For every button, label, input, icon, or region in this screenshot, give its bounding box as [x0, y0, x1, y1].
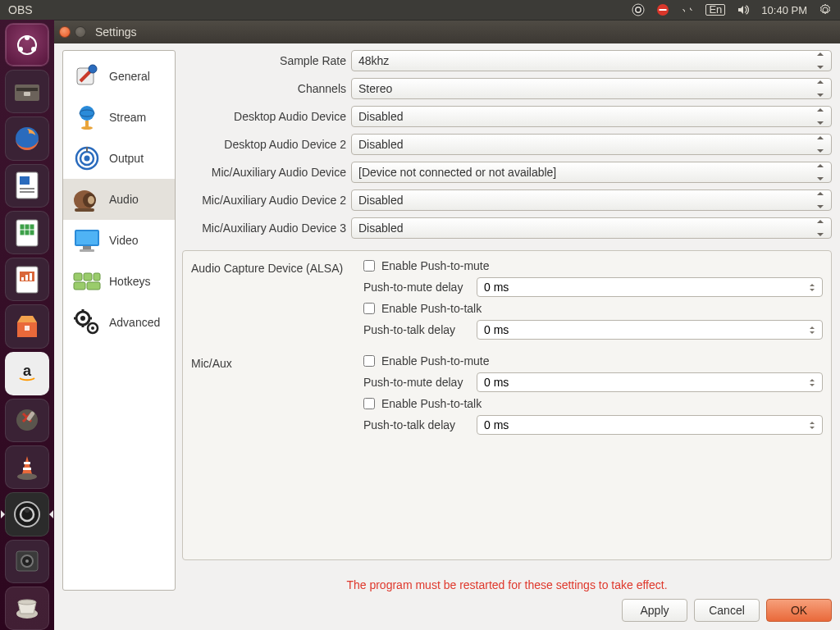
sidebar-item-video[interactable]: Video: [63, 220, 175, 261]
checkbox[interactable]: [363, 398, 375, 409]
sidebar-item-label: Output: [109, 152, 144, 165]
window-titlebar[interactable]: Settings: [54, 21, 840, 43]
sidebar-item-stream[interactable]: Stream: [63, 97, 175, 138]
micaux-ptm-enable[interactable]: Enable Push-to-mute: [363, 354, 823, 368]
sidebar-item-advanced[interactable]: Advanced: [63, 302, 175, 343]
svg-point-29: [16, 409, 38, 431]
svg-rect-27: [25, 326, 30, 331]
channels-label: Channels: [182, 82, 346, 95]
svg-rect-51: [86, 147, 88, 152]
launcher-safe[interactable]: [5, 540, 49, 583]
launcher-obs[interactable]: [5, 492, 49, 536]
launcher-settings[interactable]: [5, 399, 49, 442]
launcher-software[interactable]: [5, 304, 49, 348]
network-icon[interactable]: [681, 3, 694, 16]
cancel-button[interactable]: Cancel: [694, 599, 760, 622]
desktop-audio-label: Desktop Audio Device: [182, 110, 346, 123]
push-to-talk-group: Audio Capture Device (ALSA) Enable Push-…: [182, 250, 832, 560]
sidebar-item-output[interactable]: Output: [63, 138, 175, 179]
mic-aux-select[interactable]: [Device not connected or not available]: [351, 162, 832, 183]
checkbox[interactable]: [363, 303, 375, 314]
volume-icon[interactable]: [737, 3, 750, 16]
launcher-firefox[interactable]: [5, 116, 49, 160]
apply-button[interactable]: Apply: [622, 599, 687, 622]
checkbox-label: Enable Push-to-talk: [381, 397, 482, 410]
launcher-dash[interactable]: [5, 23, 49, 66]
mic-aux2-select[interactable]: Disabled: [351, 189, 832, 211]
launcher-vlc[interactable]: [5, 445, 49, 489]
gear-icon[interactable]: [819, 3, 832, 16]
alsa-ptm-enable[interactable]: Enable Push-to-mute: [363, 259, 823, 272]
launcher-trash[interactable]: [5, 587, 49, 630]
svg-rect-67: [82, 309, 84, 313]
group-micaux-title: Mic/Aux: [191, 354, 360, 435]
combo-value: Stereo: [358, 82, 392, 95]
sidebar-item-label: Audio: [109, 193, 139, 206]
spinbox-value: 0 ms: [484, 418, 509, 431]
keyboard-layout-icon[interactable]: En: [705, 4, 725, 16]
channels-select[interactable]: Stereo: [351, 78, 832, 99]
sample-rate-label: Sample Rate: [182, 54, 346, 67]
svg-point-39: [25, 559, 29, 563]
svg-rect-12: [16, 172, 38, 199]
ok-button[interactable]: OK: [766, 599, 832, 622]
sample-rate-select[interactable]: 48khz: [351, 50, 832, 71]
svg-rect-55: [75, 208, 94, 212]
launcher-calc[interactable]: [5, 211, 49, 254]
general-icon: [71, 61, 103, 92]
spin-icon: [810, 418, 819, 432]
mic-aux3-select[interactable]: Disabled: [351, 217, 832, 239]
sidebar-item-general[interactable]: General: [63, 56, 175, 97]
svg-point-36: [25, 508, 30, 513]
checkbox-label: Enable Push-to-mute: [381, 259, 490, 272]
spin-icon: [817, 164, 829, 180]
svg-rect-13: [20, 176, 30, 185]
svg-text:a: a: [23, 363, 32, 379]
combo-value: Disabled: [358, 138, 403, 151]
checkbox[interactable]: [363, 355, 375, 367]
clock[interactable]: 10:40 PM: [761, 4, 807, 16]
checkbox[interactable]: [363, 260, 375, 272]
svg-rect-57: [76, 231, 98, 244]
svg-rect-9: [16, 88, 38, 91]
system-tray: En 10:40 PM: [632, 3, 835, 16]
svg-rect-14: [20, 188, 34, 189]
micaux-ptt-delay-input[interactable]: 0 ms: [477, 415, 823, 435]
close-icon[interactable]: [59, 26, 71, 38]
spin-icon: [817, 192, 829, 208]
obs-tray-icon[interactable]: [632, 3, 645, 16]
launcher-amazon[interactable]: a: [5, 352, 49, 395]
svg-point-47: [81, 126, 93, 130]
micaux-ptt-enable[interactable]: Enable Push-to-talk: [363, 397, 823, 410]
launcher-writer[interactable]: [5, 164, 49, 208]
svg-point-54: [88, 196, 94, 204]
micaux-ptm-delay-input[interactable]: 0 ms: [477, 372, 823, 392]
svg-rect-3: [660, 9, 667, 11]
no-entry-icon[interactable]: [656, 3, 669, 16]
desktop-audio-select[interactable]: Disabled: [351, 106, 832, 127]
svg-point-6: [18, 47, 23, 52]
sidebar-item-label: Stream: [109, 111, 146, 124]
sidebar-item-label: Advanced: [109, 316, 160, 329]
svg-rect-69: [74, 317, 77, 320]
spin-icon: [817, 220, 829, 236]
alsa-ptt-delay-input[interactable]: 0 ms: [477, 320, 823, 340]
svg-point-33: [17, 473, 37, 480]
spin-icon: [817, 80, 829, 97]
sidebar-item-hotkeys[interactable]: Hotkeys: [63, 261, 175, 302]
sidebar-item-audio[interactable]: Audio: [63, 179, 175, 220]
mic-aux3-label: Mic/Auxiliary Audio Device 3: [182, 221, 346, 235]
svg-rect-61: [84, 273, 92, 281]
group-alsa-title: Audio Capture Device (ALSA): [191, 259, 360, 340]
svg-rect-59: [80, 249, 94, 252]
dialog-footer: Apply Cancel OK: [62, 591, 832, 622]
launcher-files[interactable]: [5, 70, 49, 113]
window-title: Settings: [95, 25, 137, 39]
svg-rect-63: [74, 282, 85, 290]
alsa-ptt-enable[interactable]: Enable Push-to-talk: [363, 302, 823, 315]
minimize-icon[interactable]: [75, 26, 86, 38]
alsa-ptm-delay-input[interactable]: 0 ms: [477, 277, 823, 297]
desktop-audio2-select[interactable]: Disabled: [351, 134, 832, 155]
system-menubar: OBS En 10:40 PM: [0, 0, 840, 20]
launcher-impress[interactable]: [5, 258, 49, 301]
